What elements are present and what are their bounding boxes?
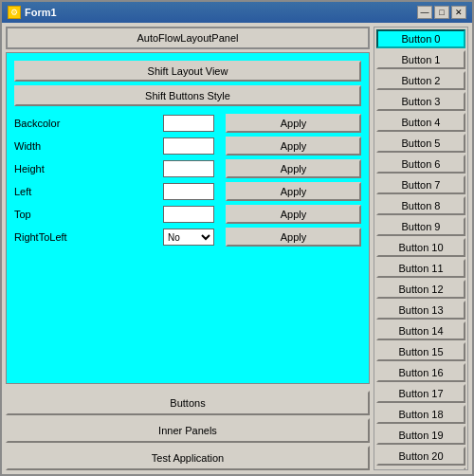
shift-style-button[interactable]: Shift Buttons Style bbox=[14, 85, 361, 106]
maximize-button[interactable]: □ bbox=[434, 6, 449, 19]
title-buttons: — □ ✕ bbox=[417, 6, 466, 19]
width-apply-button[interactable]: Apply bbox=[226, 137, 361, 156]
window-body: AutoFlowLayoutPanel Shift Layout View Sh… bbox=[2, 23, 472, 474]
right-button-2[interactable]: Button 2 bbox=[376, 71, 465, 90]
right-button-1[interactable]: Button 1 bbox=[376, 50, 465, 69]
close-button[interactable]: ✕ bbox=[451, 6, 466, 19]
right-button-14[interactable]: Button 14 bbox=[376, 321, 465, 340]
right-button-18[interactable]: Button 18 bbox=[376, 405, 465, 424]
righttoleft-apply-button[interactable]: Apply bbox=[226, 228, 361, 247]
window-icon: ⚙ bbox=[8, 6, 21, 19]
right-button-3[interactable]: Button 3 bbox=[376, 92, 465, 111]
right-button-20[interactable]: Button 20 bbox=[376, 447, 465, 466]
top-input[interactable] bbox=[163, 206, 214, 223]
width-input[interactable] bbox=[163, 137, 214, 155]
right-button-11[interactable]: Button 11 bbox=[376, 259, 465, 278]
right-button-15[interactable]: Button 15 bbox=[376, 342, 465, 361]
autoflow-label: AutoFlowLayoutPanel bbox=[6, 27, 370, 49]
left-panel: AutoFlowLayoutPanel Shift Layout View Sh… bbox=[6, 27, 370, 470]
right-button-0[interactable]: Button 0 bbox=[376, 29, 465, 48]
title-bar-left: ⚙ Form1 bbox=[8, 6, 57, 19]
right-button-13[interactable]: Button 13 bbox=[376, 301, 465, 320]
right-button-10[interactable]: Button 10 bbox=[376, 238, 465, 257]
bottom-buttons: Buttons Inner Panels Test Application bbox=[6, 391, 370, 470]
right-button-17[interactable]: Button 17 bbox=[376, 384, 465, 403]
right-button-5[interactable]: Button 5 bbox=[376, 134, 465, 153]
backcolor-input[interactable] bbox=[163, 115, 214, 132]
right-button-7[interactable]: Button 7 bbox=[376, 175, 465, 194]
right-button-4[interactable]: Button 4 bbox=[376, 113, 465, 132]
righttoleft-label: RightToLeft bbox=[14, 231, 157, 243]
right-button-16[interactable]: Button 16 bbox=[376, 363, 465, 382]
properties-grid: Backcolor Apply Width Apply Height Apply… bbox=[14, 114, 361, 247]
title-bar: ⚙ Form1 — □ ✕ bbox=[2, 2, 472, 23]
buttons-button[interactable]: Buttons bbox=[6, 391, 370, 415]
righttoleft-dropdown[interactable]: No Yes bbox=[163, 229, 214, 246]
shift-layout-button[interactable]: Shift Layout View bbox=[14, 61, 361, 82]
inner-panels-button[interactable]: Inner Panels bbox=[6, 418, 370, 443]
backcolor-apply-button[interactable]: Apply bbox=[226, 114, 361, 133]
right-button-19[interactable]: Button 19 bbox=[376, 426, 465, 445]
height-apply-button[interactable]: Apply bbox=[226, 159, 361, 178]
test-application-button[interactable]: Test Application bbox=[6, 446, 370, 470]
minimize-button[interactable]: — bbox=[417, 6, 432, 19]
right-button-8[interactable]: Button 8 bbox=[376, 196, 465, 215]
right-scroll-area[interactable]: Button 0Button 1Button 2Button 3Button 4… bbox=[374, 27, 467, 469]
top-label: Top bbox=[14, 209, 157, 220]
cyan-area: Shift Layout View Shift Buttons Style Ba… bbox=[6, 52, 370, 384]
right-button-6[interactable]: Button 6 bbox=[376, 155, 465, 174]
main-window: ⚙ Form1 — □ ✕ AutoFlowLayoutPanel Shift … bbox=[0, 0, 474, 476]
left-label: Left bbox=[14, 186, 157, 197]
height-label: Height bbox=[14, 163, 157, 174]
right-button-21[interactable]: Button 21 bbox=[376, 467, 465, 469]
left-apply-button[interactable]: Apply bbox=[226, 182, 361, 201]
top-apply-button[interactable]: Apply bbox=[226, 205, 361, 224]
height-input[interactable] bbox=[163, 160, 214, 177]
backcolor-label: Backcolor bbox=[14, 118, 157, 129]
right-panel: Button 0Button 1Button 2Button 3Button 4… bbox=[374, 27, 468, 470]
width-label: Width bbox=[14, 140, 157, 152]
right-button-9[interactable]: Button 9 bbox=[376, 217, 465, 236]
window-title: Form1 bbox=[25, 7, 57, 18]
left-input[interactable] bbox=[163, 183, 214, 200]
right-button-12[interactable]: Button 12 bbox=[376, 280, 465, 299]
